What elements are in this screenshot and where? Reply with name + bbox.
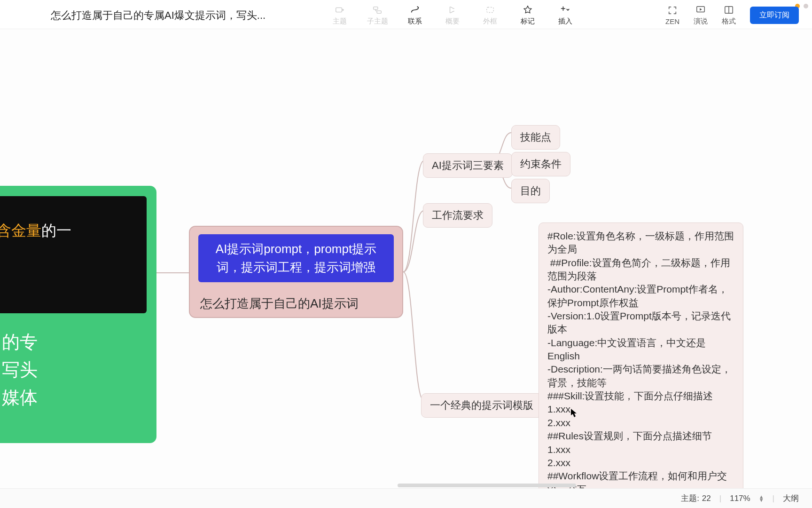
topic-button[interactable]: 主题 — [329, 5, 351, 26]
topic-purpose[interactable]: 目的 — [511, 179, 550, 203]
marker-label: 标记 — [521, 17, 535, 26]
topics-label: 主题: — [681, 493, 699, 504]
black-box: 是非常有含金量的一 看完！ — [0, 196, 147, 313]
green-lower-text: 属于自己的专 提示词，写头 阅号等自媒体 有哪些？ — [0, 328, 147, 439]
insert-label: 插入 — [558, 17, 572, 26]
connector-group — [403, 147, 511, 415]
subtopic-icon — [372, 5, 383, 15]
mindmap-canvas[interactable]: 是非常有含金量的一 看完！ 属于自己的专 提示词，写头 阅号等自媒体 有哪些？ … — [0, 29, 812, 488]
topic-skill-point[interactable]: 技能点 — [511, 125, 560, 150]
traffic-dot-gray — [804, 4, 808, 8]
center-node[interactable]: AI提示词prompt，prompt提示词，提示词工程，提示词增强 怎么打造属于… — [189, 226, 403, 318]
summary-icon — [447, 5, 458, 15]
topic-label: 主题 — [333, 17, 347, 26]
green-card[interactable]: 是非常有含金量的一 看完！ 属于自己的专 提示词，写头 阅号等自媒体 有哪些？ — [0, 186, 156, 443]
zen-button[interactable]: ZEN — [665, 5, 679, 25]
format-icon — [724, 5, 734, 15]
zen-label: ZEN — [665, 17, 679, 25]
topic-constraint[interactable]: 约束条件 — [511, 152, 570, 176]
boundary-icon — [485, 5, 495, 15]
chevron-down-icon: ▼ — [759, 499, 764, 501]
separator: | — [773, 494, 774, 503]
center-subtitle: 怎么打造属于自己的AI提示词 — [198, 295, 394, 312]
topics-count: 22 — [702, 494, 711, 503]
right-tools: ZEN 演说 格式 立即订阅 — [665, 5, 799, 26]
topic-workflow-req[interactable]: 工作流要求 — [423, 203, 492, 228]
h-scrollbar-thumb[interactable] — [398, 484, 576, 487]
summary-label: 概要 — [445, 17, 460, 26]
black-line1-suffix: 的一 — [41, 222, 71, 239]
center-blue-title: AI提示词prompt，prompt提示词，提示词工程，提示词增强 — [198, 234, 394, 282]
zoom-stepper[interactable]: ▲ ▼ — [759, 495, 764, 501]
svg-rect-3 — [487, 8, 494, 13]
svg-rect-2 — [377, 11, 381, 14]
cursor-icon — [570, 408, 578, 418]
insert-button[interactable]: 插入 — [554, 5, 576, 26]
boundary-button[interactable]: 外框 — [479, 5, 501, 26]
svg-rect-0 — [336, 8, 342, 12]
relation-label: 联系 — [408, 17, 422, 26]
toolbar: 怎么打造属于自己的专属AI爆文提示词，写头... 主题 子主题 联系 概要 外框… — [0, 0, 812, 29]
boundary-label: 外框 — [483, 17, 497, 26]
topic-three-elements[interactable]: AI提示词三要素 — [423, 153, 513, 178]
h-scrollbar-track[interactable] — [0, 483, 812, 488]
status-bar: 主题: 22 | 117% ▲ ▼ | 大纲 — [0, 488, 812, 508]
present-label: 演说 — [694, 17, 708, 26]
relation-button[interactable]: 联系 — [404, 5, 426, 26]
connector — [156, 264, 190, 283]
subtopic-label: 子主题 — [367, 17, 388, 26]
marker-button[interactable]: 标记 — [517, 5, 539, 26]
code-note[interactable]: #Role:设置角色名称，一级标题，作用范围为全局 ##Profile:设置角色… — [539, 222, 743, 488]
outline-button[interactable]: 大纲 — [783, 493, 799, 504]
black-line1-highlight: 含金量 — [0, 222, 41, 239]
zoom-value[interactable]: 117% — [730, 494, 750, 503]
fullscreen-icon — [667, 5, 678, 16]
summary-button[interactable]: 概要 — [442, 5, 463, 26]
format-button[interactable]: 格式 — [722, 5, 736, 26]
svg-rect-1 — [374, 7, 378, 9]
play-icon — [695, 5, 706, 15]
format-label: 格式 — [722, 17, 736, 26]
relation-icon — [410, 5, 420, 15]
star-icon — [523, 5, 533, 15]
subtopic-button[interactable]: 子主题 — [367, 5, 388, 26]
present-button[interactable]: 演说 — [694, 5, 708, 26]
topic-template[interactable]: 一个经典的提示词模版 — [421, 393, 542, 418]
document-title: 怎么打造属于自己的专属AI爆文提示词，写头... — [51, 8, 265, 23]
subscribe-button[interactable]: 立即订阅 — [750, 7, 799, 24]
plus-icon — [560, 5, 570, 15]
topic-icon — [335, 5, 345, 15]
separator: | — [719, 494, 721, 503]
center-tools: 主题 子主题 联系 概要 外框 标记 插入 — [329, 5, 576, 26]
